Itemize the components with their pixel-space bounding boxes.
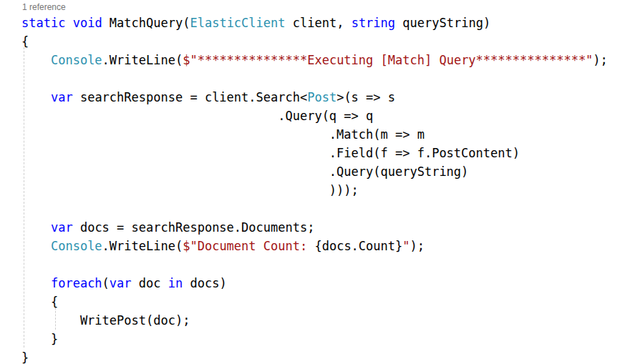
code-line[interactable]: var searchResponse = client.Search<Post>… [21,88,608,107]
code-token: >(s => s [336,90,395,104]
code-token: Console [51,53,102,67]
code-token: var [51,220,73,235]
code-line[interactable] [21,255,608,274]
code-line[interactable]: { [21,32,608,51]
code-token: docs = searchResponse.Documents; [73,220,315,235]
code-token: queryString) [395,16,490,30]
code-line[interactable] [21,200,608,218]
code-editor[interactable]: 1 reference static void MatchQuery(Elast… [0,0,620,364]
code-token: .Field(f => f.PostContent) [21,146,520,160]
code-token [21,220,51,235]
code-token: } [21,332,58,346]
code-token: Console [51,239,102,253]
code-token: static [21,16,65,30]
code-token: { [21,34,29,49]
code-line[interactable]: static void MatchQuery(ElasticClient cli… [21,14,608,32]
code-token: MatchQuery( [102,16,190,30]
code-line[interactable] [21,69,608,88]
code-token: $"***************Executing [Match] Query… [183,53,593,67]
code-token [21,276,51,290]
code-token: ( [102,276,110,290]
code-token: .WriteLine( [102,239,183,253]
code-token: ))); [21,183,359,197]
code-token: var [110,276,132,290]
code-token: Post [307,90,336,104]
code-token: docs) [183,276,226,290]
code-token: ElasticClient [190,16,285,30]
code-token: } [21,350,29,364]
code-token: doc [132,276,168,290]
code-token: void [73,16,102,30]
code-line[interactable]: WritePost(doc); [21,311,608,330]
code-line[interactable]: .Match(m => m [21,125,608,144]
code-token: .Query(q => q [21,109,373,123]
code-line[interactable]: } [21,348,608,364]
code-token [21,90,51,104]
code-line[interactable]: .Query(queryString) [21,162,608,181]
code-line[interactable]: foreach(var doc in docs) [21,274,608,292]
code-token: client, [286,16,352,30]
code-line[interactable]: .Field(f => f.PostContent) [21,144,608,162]
code-token: var [51,90,73,104]
code-token: $"Document Count: [183,239,314,253]
code-line[interactable]: Console.WriteLine($"***************Execu… [21,51,608,69]
code-token: ); [410,239,425,253]
code-line[interactable]: .Query(q => q [21,107,608,125]
code-line[interactable]: var docs = searchResponse.Documents; [21,218,608,237]
code-token: ); [593,53,607,67]
code-token: .Match(m => m [21,127,425,142]
code-token: searchResponse = client.Search< [73,90,308,104]
code-line[interactable]: ))); [21,181,608,200]
code-token: .Query(queryString) [21,164,468,179]
code-line[interactable]: Console.WriteLine($"Document Count: {doc… [21,237,608,255]
code-token [21,53,51,67]
code-token [21,239,51,253]
code-token: .WriteLine( [102,53,183,67]
code-token: WritePost(doc); [21,313,190,328]
code-token [65,16,72,30]
code-line[interactable]: { [21,292,608,311]
code-token: string [352,16,395,30]
code-token: {docs.Count} [314,239,402,253]
code-token: " [402,239,410,253]
code-line[interactable]: } [21,330,608,348]
code-token: foreach [51,276,102,290]
code-token: { [21,295,58,309]
code-lines: static void MatchQuery(ElasticClient cli… [21,14,608,364]
codelens-reference-indicator[interactable]: 1 reference [22,1,66,13]
code-token: in [168,276,183,290]
